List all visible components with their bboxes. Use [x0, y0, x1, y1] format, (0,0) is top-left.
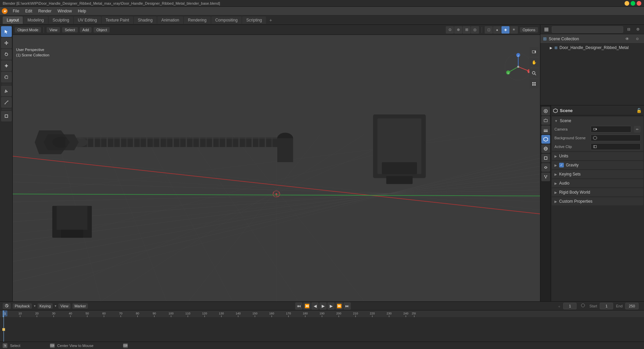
scene-section-header[interactable]: ▼ Scene [552, 117, 643, 125]
tool-scale[interactable] [1, 60, 12, 71]
svg-rect-139 [594, 146, 597, 148]
tool-annotate[interactable] [1, 86, 12, 96]
material-btn[interactable]: ◈ [501, 26, 509, 34]
add-menu[interactable]: Add [80, 27, 92, 33]
props-panel-lock-btn[interactable]: 🔓 [636, 108, 642, 113]
outliner-settings-btn[interactable]: ⚙ [634, 26, 642, 34]
tab-uv-editing[interactable]: UV Editing [74, 16, 101, 24]
units-section-header[interactable]: ▶ Units [552, 152, 643, 160]
menu-window[interactable]: Window [55, 8, 74, 14]
prev-keyframe-btn[interactable]: ◀ [311, 302, 319, 310]
prop-tab-output[interactable] [541, 116, 550, 125]
menu-render[interactable]: Render [36, 8, 54, 14]
collection-eye-btn[interactable]: 👁 [623, 35, 631, 43]
view-menu[interactable]: View [47, 27, 60, 33]
tool-rotate[interactable] [1, 49, 12, 60]
prop-tab-object[interactable] [541, 154, 550, 162]
timeline-icon-btn[interactable] [3, 303, 11, 309]
view-btn[interactable]: View [58, 303, 70, 309]
tab-compositing[interactable]: Compositing [211, 16, 242, 24]
shading-modes: ◻ ● ◈ ☀ [485, 26, 518, 34]
playback-dropdown[interactable]: Playback [13, 303, 32, 309]
tool-add[interactable] [1, 111, 12, 121]
add-workspace-button[interactable]: + [267, 16, 275, 24]
viewport-overlay-btn[interactable]: ⊙ [446, 26, 454, 34]
prop-tab-render[interactable] [541, 107, 550, 115]
viewport-canvas[interactable]: User Perspective (1) Scene Collection Z [13, 35, 540, 301]
gravity-section-header[interactable]: ▶ ✓ Gravity [552, 161, 643, 169]
end-frame-input[interactable] [625, 303, 639, 309]
grid-btn[interactable] [529, 79, 539, 89]
prop-tab-particles[interactable] [541, 172, 550, 181]
menu-edit[interactable]: Edit [22, 8, 35, 14]
background-scene-value[interactable] [591, 135, 641, 141]
rigid-body-section-title: Rigid Body World [559, 190, 590, 195]
start-frame-input[interactable] [600, 303, 613, 309]
prop-tab-world[interactable] [541, 144, 550, 153]
scene-collection-header[interactable]: ⊞ Scene Collection 👁 ⊙ [540, 34, 644, 44]
outliner-filter-btn[interactable]: ⊟ [625, 26, 633, 34]
custom-props-section-header[interactable]: ▶ Custom Properties [552, 197, 643, 205]
play-btn[interactable]: ▶ [319, 302, 327, 310]
marker-btn[interactable]: Marker [72, 303, 88, 309]
tool-transform[interactable] [1, 72, 12, 83]
render-btn[interactable]: ☀ [510, 26, 518, 34]
audio-section-header[interactable]: ▶ Audio [552, 179, 643, 187]
snap-btn[interactable]: ⊞ [463, 26, 471, 34]
hand-btn[interactable]: ✋ [529, 58, 539, 67]
viewport-gizmo-btn[interactable]: ⊕ [454, 26, 462, 34]
tab-texture-paint[interactable]: Texture Paint [102, 16, 133, 24]
tool-move[interactable] [1, 38, 12, 48]
gizmo-widget[interactable]: Z X Y [503, 52, 533, 82]
prop-tab-object-constraint[interactable] [541, 163, 550, 172]
object-mode-dropdown[interactable]: Object Mode [15, 27, 41, 33]
outliner-search-input[interactable] [552, 26, 623, 33]
rigid-body-section-header[interactable]: ▶ Rigid Body World [552, 188, 643, 196]
camera-edit-btn[interactable]: ✏ [634, 126, 641, 133]
object-menu[interactable]: Object [94, 27, 110, 33]
jump-start-btn[interactable]: ⏮ [295, 302, 303, 310]
blender-logo[interactable] [1, 8, 8, 14]
next-keyframe-btn[interactable]: ▶ [327, 302, 335, 310]
tab-sculpting[interactable]: Sculpting [49, 16, 73, 24]
tab-scripting[interactable]: Scripting [242, 16, 266, 24]
prop-tab-view-layer[interactable] [541, 126, 550, 134]
tool-cursor[interactable] [1, 26, 12, 37]
tab-shading[interactable]: Shading [134, 16, 157, 24]
select-menu[interactable]: Select [62, 27, 78, 33]
close-button[interactable] [637, 1, 641, 6]
timeline-ruler[interactable] [0, 317, 644, 342]
gravity-checkbox[interactable]: ✓ [559, 163, 564, 167]
maximize-button[interactable] [631, 1, 635, 6]
tab-layout[interactable]: Layout [3, 16, 23, 24]
scene-section-title: Scene [560, 118, 571, 123]
prop-tab-scene[interactable] [541, 135, 550, 144]
minimize-button[interactable] [625, 1, 629, 6]
menu-file[interactable]: File [10, 8, 22, 14]
camera-view-btn[interactable] [529, 47, 539, 56]
solid-btn[interactable]: ● [493, 26, 501, 34]
outliner-icon[interactable] [542, 26, 550, 34]
scene-item[interactable]: ▶ ⊞ Door_Handle_Designer_Ribbed_Metal [540, 44, 644, 52]
active-clip-value[interactable] [591, 143, 641, 150]
tab-animation[interactable]: Animation [157, 16, 183, 24]
wireframe-btn[interactable]: ◻ [485, 26, 493, 34]
keying-sets-section-header[interactable]: ▶ Keying Sets [552, 170, 643, 178]
camera-value[interactable] [591, 126, 631, 133]
collection-restrict-btn[interactable]: ⊙ [633, 35, 641, 43]
proportional-edit-btn[interactable]: ◎ [471, 26, 479, 34]
tool-measure[interactable] [1, 97, 12, 108]
prev-frame-btn[interactable]: ⏪ [303, 302, 311, 310]
search-btn[interactable] [529, 68, 539, 78]
tab-modeling[interactable]: Modeling [23, 16, 48, 24]
tab-rendering[interactable]: Rendering [184, 16, 210, 24]
viewport[interactable]: Object Mode View Select Add Object ⊙ ⊕ ⊞… [13, 25, 540, 301]
svg-rect-125 [544, 129, 548, 130]
current-frame-input[interactable] [563, 303, 577, 309]
jump-end-btn[interactable]: ⏭ [343, 302, 351, 310]
next-frame-btn[interactable]: ⏩ [335, 302, 343, 310]
options-btn[interactable]: Options [520, 27, 538, 33]
keying-btn[interactable]: Keying [38, 303, 53, 309]
gravity-chevron: ▶ [554, 163, 557, 167]
menu-help[interactable]: Help [75, 8, 89, 14]
